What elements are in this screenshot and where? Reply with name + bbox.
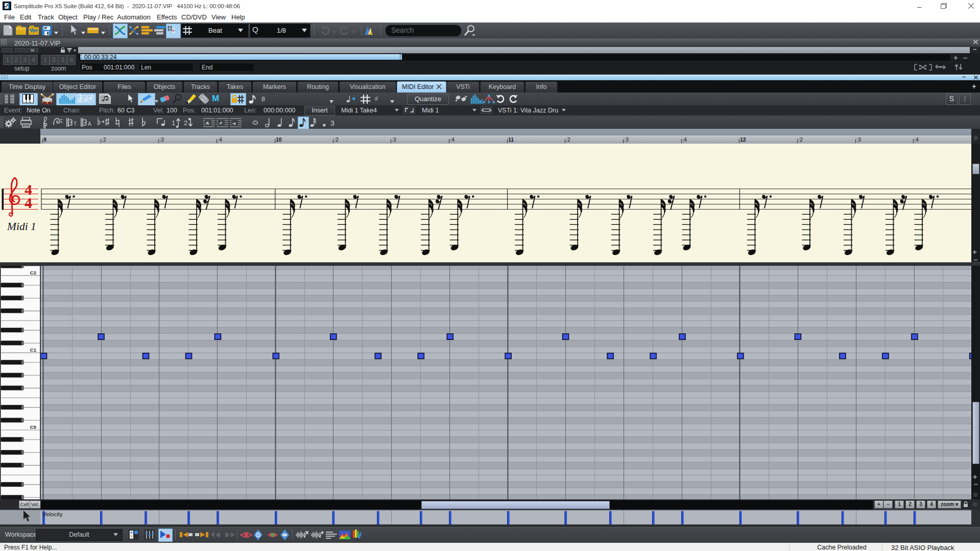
svg-text:T: T <box>74 121 77 127</box>
svg-text:A: A <box>88 121 91 127</box>
svg-text:1: 1 <box>172 119 175 127</box>
svg-text:M: M <box>225 533 229 538</box>
svg-text:A: A <box>206 121 209 126</box>
svg-text:V: V <box>68 49 71 52</box>
svg-text:Midi 1: Midi 1 <box>7 220 36 233</box>
svg-text:C2: C2 <box>30 270 36 276</box>
svg-text:M: M <box>217 533 221 538</box>
svg-text:2: 2 <box>184 119 187 127</box>
svg-text:C0: C0 <box>30 424 36 430</box>
svg-text:C1: C1 <box>30 347 37 353</box>
svg-text:4: 4 <box>25 194 32 211</box>
svg-text:Velocity: Velocity <box>42 511 63 517</box>
